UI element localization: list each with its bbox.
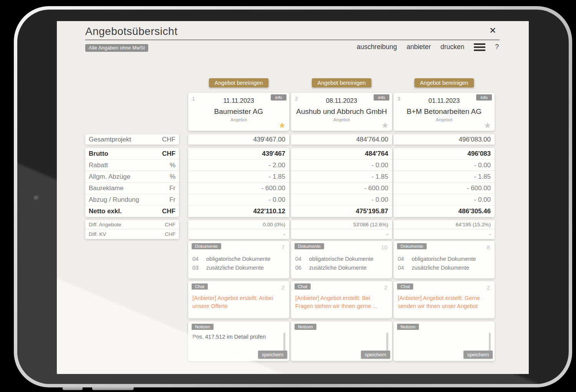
offer-values-block: 439'467 - 2.00 - 1.85 - 600.00 - 0.00 42…: [188, 148, 289, 217]
notizen-scrollbar[interactable]: [283, 333, 285, 353]
notizen-scrollbar[interactable]: [386, 333, 388, 353]
offer-header-card[interactable]: 2 info 08.11.2023 Aushub und Abbruch Gmb…: [291, 93, 392, 131]
abzuege-value[interactable]: - 1.85: [188, 171, 289, 183]
abzuege-value[interactable]: - 1.85: [394, 171, 495, 183]
rabatt-value[interactable]: - 0.00: [291, 160, 392, 171]
chat-badge: Chat: [192, 283, 208, 290]
chat-card: Chat 2 [Anbieter] Angebot erstellt: Gern…: [394, 281, 495, 318]
dokumente-badge: Dokumente: [397, 243, 427, 249]
offer-header-card[interactable]: 3 info 01.11.2023 B+M Betonarbeiten AG A…: [394, 93, 495, 131]
netto-value: 475'195.87: [291, 206, 392, 217]
offer-date: 11.11.2023: [188, 97, 289, 104]
rundung-value[interactable]: - 0.00: [291, 194, 392, 206]
clean-offer-button[interactable]: Angebot bereinigen: [312, 78, 372, 87]
dokumente-badge: Dokumente: [295, 243, 324, 249]
offer-company-name: B+M Betonarbeiten AG: [394, 107, 495, 116]
favorite-star-icon[interactable]: ★: [381, 121, 389, 130]
brutto-value: 439'467: [188, 148, 289, 160]
chat-badge: Chat: [295, 283, 311, 290]
app-screen: Angebotsübersicht ✕ Alle Angaben ohne Mw…: [57, 21, 529, 374]
clean-offer-button[interactable]: Angebot bereinigen: [209, 78, 269, 87]
tablet-volume-button: [92, 386, 134, 390]
favorite-star-icon[interactable]: ★: [278, 121, 286, 130]
notizen-badge: Notizen: [397, 324, 419, 330]
offer-type: Angebot: [291, 117, 392, 122]
tablet-side-switch: [63, 386, 83, 390]
label-row-diff-angebote: Diff. AngeboteCHF: [85, 220, 179, 229]
notizen-card: Notizen speichern: [291, 321, 392, 361]
offer-type: Angebot: [394, 117, 495, 122]
baureklame-value[interactable]: - 600.00: [188, 183, 289, 194]
dokumente-count: 7: [281, 244, 285, 250]
label-row-netto: Netto exkl.CHF: [85, 206, 179, 217]
chat-count: 2: [487, 284, 490, 291]
dokumente-row[interactable]: 03zusätzliche Dokumente: [192, 264, 286, 272]
label-row-brutto: BruttoCHF: [85, 148, 179, 160]
offer-column-2: Angebot bereinigen 2 info 08.11.2023 Aus…: [291, 21, 392, 374]
label-row-rabatt: Rabatt%: [85, 160, 179, 171]
notizen-badge: Notizen: [295, 324, 316, 330]
label-row-rundung: Abzug / RundungFr: [85, 194, 179, 206]
notizen-input[interactable]: Pos. 417.512 im Detail prüfen: [192, 334, 279, 340]
row-labels-column: Gesamtprojekt CHF BruttoCHF Rabatt% Allg…: [85, 21, 179, 374]
offer-date: 08.11.2023: [291, 97, 392, 104]
baureklame-value[interactable]: - 600.00: [394, 183, 495, 194]
favorite-star-icon[interactable]: ★: [484, 121, 491, 130]
label-row-abzuege: Allgm. Abzüge%: [85, 171, 179, 183]
offer-values-block: 496'083 - 0.00 - 1.85 - 600.00 - 0.00 48…: [394, 148, 495, 217]
gesamtprojekt-value: 496'083.00: [394, 134, 495, 145]
save-note-button[interactable]: speichern: [463, 351, 493, 359]
abzuege-value[interactable]: - 1.85: [291, 171, 392, 183]
chat-badge: Chat: [397, 283, 413, 290]
netto-value: 486'305.46: [394, 206, 495, 217]
tablet-camera: [33, 195, 40, 201]
dokumente-card: Dokumente 8 04obligatorische Dokumente 0…: [394, 241, 495, 278]
notizen-card: Notizen speichern: [394, 321, 495, 361]
dokumente-card: Dokumente 7 04obligatorische Dokumente 0…: [188, 241, 289, 278]
offer-diff-block: 0.00 (0%) -: [188, 220, 289, 239]
offer-diff-block: 53'086 (12.6%) -: [291, 220, 392, 239]
help-button[interactable]: ?: [495, 43, 499, 51]
dokumente-count: 8: [487, 244, 490, 250]
diff-kv-value: -: [394, 229, 495, 239]
label-row-diff-kv: Diff. KVCHF: [85, 229, 179, 239]
offer-header-card[interactable]: 1 info 11.11.2023 Baumeister AG Angebot …: [188, 93, 289, 131]
offer-diff-block: 64'195 (15.2%) -: [394, 220, 495, 239]
save-note-button[interactable]: speichern: [258, 351, 287, 359]
label-main-block: BruttoCHF Rabatt% Allgm. Abzüge% Baurekl…: [85, 148, 179, 217]
dokumente-row[interactable]: 04zusätzliche Dokumente: [398, 264, 492, 272]
dokumente-row[interactable]: 04obligatorische Dokumente: [192, 255, 286, 264]
dokumente-row[interactable]: 06zusätzliche Dokumente: [295, 264, 389, 272]
dokumente-card: Dokumente 10 04obligatorische Dokumente …: [291, 241, 392, 278]
rundung-value[interactable]: - 0.00: [188, 194, 289, 206]
save-note-button[interactable]: speichern: [361, 351, 390, 359]
offer-company-name: Baumeister AG: [188, 107, 289, 116]
chat-count: 2: [281, 284, 285, 291]
chat-message[interactable]: [Anbieter] Angebot erstellt: Bei Fragen …: [295, 294, 387, 310]
clean-offer-button[interactable]: Angebot bereinigen: [414, 78, 474, 87]
diff-kv-value: -: [291, 229, 392, 239]
chat-message[interactable]: [Anbieter] Angebot erstellt: Anbei unser…: [192, 294, 284, 310]
notizen-scrollbar[interactable]: [489, 333, 491, 353]
gesamtprojekt-value: 484'764.00: [291, 134, 392, 145]
notizen-badge: Notizen: [192, 324, 214, 330]
rabatt-value[interactable]: - 2.00: [188, 160, 289, 171]
rabatt-value[interactable]: - 0.00: [394, 160, 495, 171]
baureklame-value[interactable]: - 600.00: [291, 183, 392, 194]
chat-card: Chat 2 [Anbieter] Angebot erstellt: Bei …: [291, 281, 392, 318]
rundung-value[interactable]: - 0.00: [394, 194, 495, 206]
dokumente-row[interactable]: 04obligatorische Dokumente: [295, 255, 389, 264]
dokumente-badge: Dokumente: [192, 243, 221, 249]
chat-message[interactable]: [Anbieter] Angebot erstellt: Gerne sende…: [398, 294, 489, 310]
offer-column-1: Angebot bereinigen 1 info 11.11.2023 Bau…: [188, 21, 289, 374]
label-row-gesamtprojekt: Gesamtprojekt CHF: [85, 134, 179, 145]
diff-angebote-value: 64'195 (15.2%): [394, 220, 495, 229]
netto-value: 422'110.12: [188, 206, 289, 217]
brutto-value: 484'764: [291, 148, 392, 160]
offer-column-3: Angebot bereinigen 3 info 01.11.2023 B+M…: [394, 21, 495, 374]
offer-company-name: Aushub und Abbruch GmbH: [291, 107, 392, 116]
gesamtprojekt-value: 439'467.00: [188, 134, 289, 145]
chat-card: Chat 2 [Anbieter] Angebot erstellt: Anbe…: [188, 281, 289, 318]
dokumente-row[interactable]: 04obligatorische Dokumente: [398, 255, 492, 264]
diff-angebote-value: 53'086 (12.6%): [291, 220, 392, 229]
